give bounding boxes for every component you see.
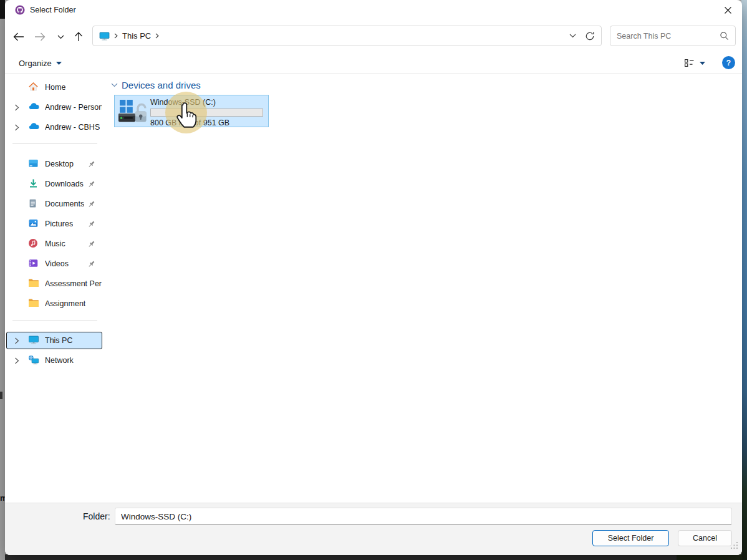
breadcrumb-chevron-icon[interactable] [155, 33, 159, 39]
sidebar-item-label: Andrew - Personal [45, 103, 102, 112]
group-header-devices-and-drives[interactable]: Devices and drives [111, 80, 201, 90]
sidebar-item-downloads[interactable]: Downloads [6, 175, 102, 193]
chevron-down-icon [57, 35, 64, 39]
pin-icon [87, 200, 95, 208]
resize-grip[interactable] [730, 541, 738, 552]
drive-usage-bar [150, 109, 263, 117]
forward-arrow-icon [34, 32, 46, 41]
select-folder-button[interactable]: Select Folder [592, 530, 669, 546]
command-toolbar: Organize ? [5, 52, 742, 74]
folder-label: Folder: [83, 511, 110, 521]
sidebar-item-label: Desktop [45, 160, 74, 168]
select-folder-dialog: Select Folder This PC [5, 0, 742, 555]
breadcrumb-chevron-icon [114, 33, 118, 39]
videos-icon [28, 258, 39, 269]
up-button[interactable] [70, 29, 87, 45]
view-options-button[interactable] [682, 56, 710, 70]
sidebar-item-onedrive-personal[interactable]: Andrew - Personal [6, 99, 102, 116]
drive-capacity-text: 800 GB free of 951 GB [150, 118, 229, 127]
pin-icon [87, 240, 95, 248]
group-header-label: Devices and drives [122, 80, 201, 90]
sidebar-item-network[interactable]: Network [6, 352, 102, 369]
close-button[interactable] [713, 0, 742, 20]
pin-icon [87, 160, 95, 168]
sidebar-item-music[interactable]: Music [6, 235, 102, 253]
drive-tile-windows-ssd[interactable]: Windows-SSD (C:) 800 GB free of 951 GB [114, 95, 269, 127]
github-desktop-app-icon [15, 5, 25, 15]
sidebar-item-label: This PC [45, 336, 72, 345]
title-bar[interactable]: Select Folder [5, 0, 742, 20]
chevron-right-icon[interactable] [12, 124, 22, 131]
recent-locations-button[interactable] [54, 29, 67, 45]
desktop-icon [28, 158, 39, 170]
desktop-wallpaper-strip [741, 0, 747, 560]
sidebar-item-assignment[interactable]: Assignment [6, 295, 102, 312]
chevron-right-icon[interactable] [12, 337, 22, 344]
search-icon[interactable] [720, 31, 729, 41]
folder-view[interactable]: Devices and drives [104, 74, 742, 503]
sidebar-item-label: Assessment Permis [45, 279, 102, 288]
sidebar-item-videos[interactable]: Videos [6, 255, 102, 273]
select-folder-button-label: Select Folder [608, 534, 654, 543]
refresh-icon [585, 31, 595, 41]
home-icon [28, 82, 39, 93]
dropdown-caret-icon [56, 62, 62, 65]
sidebar-item-onedrive-cbhs[interactable]: Andrew - CBHS [6, 118, 102, 136]
sidebar-item-label: Downloads [45, 180, 84, 188]
search-box[interactable] [610, 26, 736, 46]
refresh-button[interactable] [585, 31, 595, 41]
help-button[interactable]: ? [722, 56, 735, 69]
dropdown-caret-icon [700, 62, 705, 65]
background-topleft-dark [0, 0, 5, 19]
pin-icon [87, 220, 95, 228]
sidebar-item-label: Home [45, 83, 65, 92]
window-title: Select Folder [30, 6, 76, 14]
sidebar-item-label: Videos [45, 259, 69, 268]
sidebar-item-label: Documents [45, 200, 84, 208]
help-icon: ? [726, 59, 731, 67]
sidebar-item-assessment-permis[interactable]: Assessment Permis [6, 275, 102, 292]
network-icon [28, 355, 39, 366]
documents-icon [28, 198, 39, 210]
sidebar-item-label: Andrew - CBHS [45, 123, 100, 132]
onedrive-icon [28, 102, 39, 113]
up-arrow-icon [74, 32, 83, 42]
chevron-right-icon[interactable] [12, 357, 22, 364]
back-button[interactable] [10, 29, 27, 45]
sidebar-item-documents[interactable]: Documents [6, 195, 102, 213]
background-bottom-strip-green [677, 554, 742, 560]
folder-icon [28, 298, 39, 309]
address-bar[interactable]: This PC [92, 26, 602, 46]
cancel-button[interactable]: Cancel [678, 530, 732, 546]
sidebar-item-desktop[interactable]: Desktop [6, 155, 102, 173]
details-view-icon [684, 58, 695, 68]
close-icon [724, 6, 732, 14]
cancel-button-label: Cancel [693, 534, 717, 543]
drive-bitlocker-icon [118, 99, 147, 127]
sidebar-separator [12, 320, 97, 321]
drive-name: Windows-SSD (C:) [150, 98, 216, 107]
onedrive-icon [28, 122, 39, 133]
chevron-right-icon[interactable] [12, 104, 22, 111]
pictures-icon [28, 218, 39, 229]
this-pc-icon [99, 31, 110, 41]
organize-label: Organize [19, 59, 52, 68]
breadcrumb-item-this-pc[interactable]: This PC [122, 31, 151, 41]
search-input[interactable] [610, 32, 720, 41]
downloads-icon [28, 178, 39, 190]
folder-icon [28, 278, 39, 289]
thispc-icon [28, 335, 39, 346]
address-dropdown-button[interactable] [569, 34, 576, 38]
background-artifact [0, 392, 2, 399]
sidebar-separator [12, 143, 97, 144]
navigation-pane: HomeAndrew - PersonalAndrew - CBHSDeskto… [5, 74, 104, 503]
chevron-down-icon [111, 83, 118, 87]
sidebar-item-home[interactable]: Home [6, 79, 102, 96]
sidebar-item-pictures[interactable]: Pictures [6, 215, 102, 233]
sidebar-item-label: Pictures [45, 220, 73, 228]
organize-button[interactable]: Organize [16, 56, 64, 70]
forward-button[interactable] [31, 29, 49, 45]
background-bottom-strip [5, 554, 677, 560]
folder-name-input[interactable] [115, 508, 732, 525]
sidebar-item-this-pc[interactable]: This PC [6, 332, 102, 349]
